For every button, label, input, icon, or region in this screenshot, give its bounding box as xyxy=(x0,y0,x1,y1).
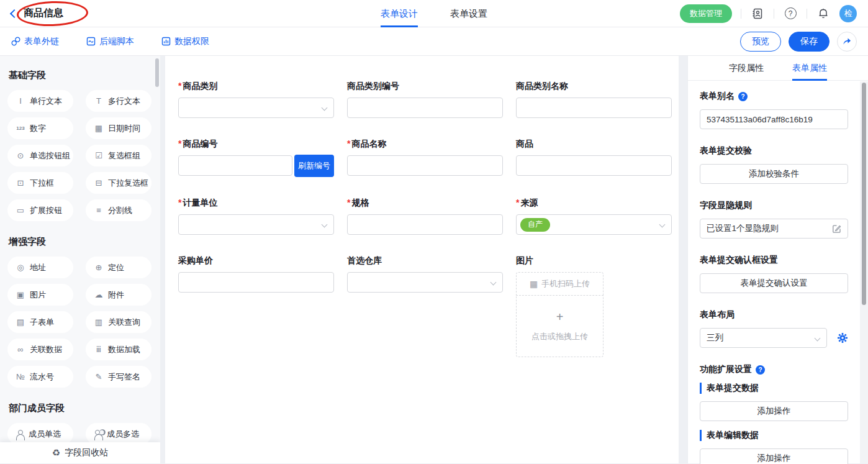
submit-confirm-button[interactable]: 表单提交确认设置 xyxy=(700,273,848,293)
chevron-down-icon xyxy=(491,280,497,286)
share-button[interactable] xyxy=(837,32,857,52)
sidebar-item-location[interactable]: ⊕定位 xyxy=(86,257,151,278)
spec-input[interactable] xyxy=(347,214,503,235)
field-library-sidebar: 基础字段 I单行文本 T多行文本 123数字 ▦日期时间 ⊙单选按钮组 ☑复选框… xyxy=(0,56,160,463)
visibility-rules-label: 字段显隐规则 xyxy=(700,200,848,211)
form-layout-select[interactable]: 三列 xyxy=(700,328,827,348)
product-category-name-input[interactable] xyxy=(516,98,672,118)
sidebar-item-datetime[interactable]: ▦日期时间 xyxy=(86,117,151,139)
qr-scan-upload-box[interactable]: ▦ 手机扫码上传 xyxy=(516,272,604,296)
sidebar-item-multi-line-text[interactable]: T多行文本 xyxy=(86,90,151,112)
sidebar-item-extend-button[interactable]: ▭扩展按钮 xyxy=(7,199,73,221)
app-header: 商品信息 表单设计 表单设置 数据管理 ? xyxy=(0,0,868,27)
help-icon[interactable]: ? xyxy=(738,92,748,101)
edit-icon[interactable] xyxy=(832,224,841,234)
plus-icon: + xyxy=(556,311,564,323)
pencil-icon: ✎ xyxy=(94,373,104,381)
field-product: 商品 xyxy=(516,139,672,177)
data-permission-link[interactable]: 数据权限 xyxy=(161,36,209,47)
single-line-text-icon: I xyxy=(16,97,25,105)
field-recycle-bin[interactable]: ♻ 字段回收站 xyxy=(0,442,160,463)
sidebar-item-member-single[interactable]: 成员单选 xyxy=(7,423,73,445)
field-product-category-name: 商品类别名称 xyxy=(516,81,672,118)
multi-line-text-icon: T xyxy=(94,97,104,105)
sidebar-item-number[interactable]: 123数字 xyxy=(7,117,73,139)
contact-book-icon[interactable] xyxy=(750,6,765,21)
sidebar-item-linked-query[interactable]: ▥关联查询 xyxy=(86,311,151,333)
save-button[interactable]: 保存 xyxy=(789,32,830,52)
add-validation-button[interactable]: 添加校验条件 xyxy=(700,164,848,184)
panel-scrollbar[interactable] xyxy=(862,83,866,305)
divider xyxy=(807,9,807,19)
sidebar-item-single-line-text[interactable]: I单行文本 xyxy=(7,90,73,112)
help-icon[interactable]: ? xyxy=(783,6,798,21)
sidebar-item-image[interactable]: ▣图片 xyxy=(7,284,73,306)
chevron-down-icon xyxy=(322,105,328,111)
product-code-input[interactable] xyxy=(178,155,292,176)
tab-field-properties[interactable]: 字段属性 xyxy=(729,56,764,81)
sidebar-item-address[interactable]: ◎地址 xyxy=(7,257,73,278)
sidebar-item-data-load[interactable]: ⅲ数据加载 xyxy=(86,339,151,360)
sidebar-item-serial-number[interactable]: №流水号 xyxy=(7,366,73,388)
cloud-upload-icon: ☁ xyxy=(94,291,104,299)
sidebar-item-attachment[interactable]: ☁附件 xyxy=(86,284,151,306)
section-title-enhanced-fields: 增强字段 xyxy=(9,236,151,248)
sidebar-item-signature[interactable]: ✎手写签名 xyxy=(86,366,151,388)
share-arrow-icon xyxy=(842,37,852,46)
backend-script-link[interactable]: 后端脚本 xyxy=(86,36,134,47)
edit-data-sublabel: 表单编辑数据 xyxy=(700,430,848,441)
preview-button[interactable]: 预览 xyxy=(740,32,781,52)
gear-icon[interactable] xyxy=(837,332,848,343)
tab-form-properties[interactable]: 表单属性 xyxy=(792,56,827,81)
people-icon xyxy=(94,430,102,439)
field-source: 来源 自产 xyxy=(516,198,672,235)
unit-select[interactable] xyxy=(178,214,334,235)
preferred-warehouse-select[interactable] xyxy=(347,272,503,293)
chain-link-icon: ∞ xyxy=(16,345,25,353)
divider-lines-icon: ≡ xyxy=(94,206,104,214)
tab-form-design[interactable]: 表单设计 xyxy=(381,0,418,27)
submit-confirm-label: 表单提交确认框设置 xyxy=(700,255,848,266)
refresh-code-button[interactable]: 刷新编号 xyxy=(294,155,334,177)
help-icon[interactable]: ? xyxy=(756,365,765,375)
source-select[interactable]: 自产 xyxy=(516,214,672,235)
sidebar-item-subform[interactable]: ▤子表单 xyxy=(7,311,73,333)
sidebar-item-multi-select[interactable]: ⊟下拉复选框 xyxy=(86,172,151,194)
field-product-name: 商品名称 xyxy=(347,139,503,177)
extension-settings-label: 功能扩展设置 xyxy=(700,364,752,375)
script-icon xyxy=(86,37,96,46)
crosshair-icon: ⊕ xyxy=(94,263,104,271)
add-edit-action-button[interactable]: 添加操作 xyxy=(700,448,848,464)
product-input[interactable] xyxy=(516,155,672,176)
tab-form-settings[interactable]: 表单设置 xyxy=(450,0,487,27)
image-icon: ▣ xyxy=(16,291,25,299)
link-icon xyxy=(11,37,20,46)
data-manage-button[interactable]: 数据管理 xyxy=(680,4,732,23)
sidebar-item-radio-group[interactable]: ⊙单选按钮组 xyxy=(7,145,73,166)
product-category-select[interactable] xyxy=(178,98,334,118)
qr-code-icon: ▦ xyxy=(530,279,538,289)
sidebar-item-select[interactable]: ⊡下拉框 xyxy=(7,172,73,194)
field-image-upload: 图片 ▦ 手机扫码上传 + 点击或拖拽上传 xyxy=(516,255,672,357)
purchase-price-input[interactable] xyxy=(178,272,334,293)
product-name-input[interactable] xyxy=(347,155,503,176)
drag-upload-box[interactable]: + 点击或拖拽上传 xyxy=(516,295,604,357)
form-external-link[interactable]: 表单外链 xyxy=(11,36,59,47)
sidebar-item-linked-data[interactable]: ∞关联数据 xyxy=(7,339,73,360)
number-icon: 123 xyxy=(16,126,25,131)
sidebar-item-checkbox-group[interactable]: ☑复选框组 xyxy=(86,145,151,166)
submit-validation-label: 表单提交校验 xyxy=(700,145,848,157)
visibility-rules-box[interactable]: 已设置1个显隐规则 xyxy=(700,219,848,239)
sidebar-item-divider[interactable]: ≡分割线 xyxy=(86,199,151,221)
sidebar-item-member-multi[interactable]: 成员多选 xyxy=(86,423,151,445)
product-category-code-input[interactable] xyxy=(347,98,503,118)
sidebar-scrollbar[interactable] xyxy=(155,58,159,87)
panel-scrollbar-track xyxy=(860,81,868,463)
form-alias-input[interactable]: 537435113a06d7aff8c16b19 xyxy=(700,109,848,129)
chevron-down-icon xyxy=(659,222,666,228)
field-product-code: 商品编号 刷新编号 xyxy=(178,139,334,177)
pill-button-icon: ▭ xyxy=(16,206,25,214)
add-submit-action-button[interactable]: 添加操作 xyxy=(700,401,848,421)
user-avatar[interactable]: 检 xyxy=(839,5,857,22)
notification-bell-icon[interactable] xyxy=(816,6,831,21)
